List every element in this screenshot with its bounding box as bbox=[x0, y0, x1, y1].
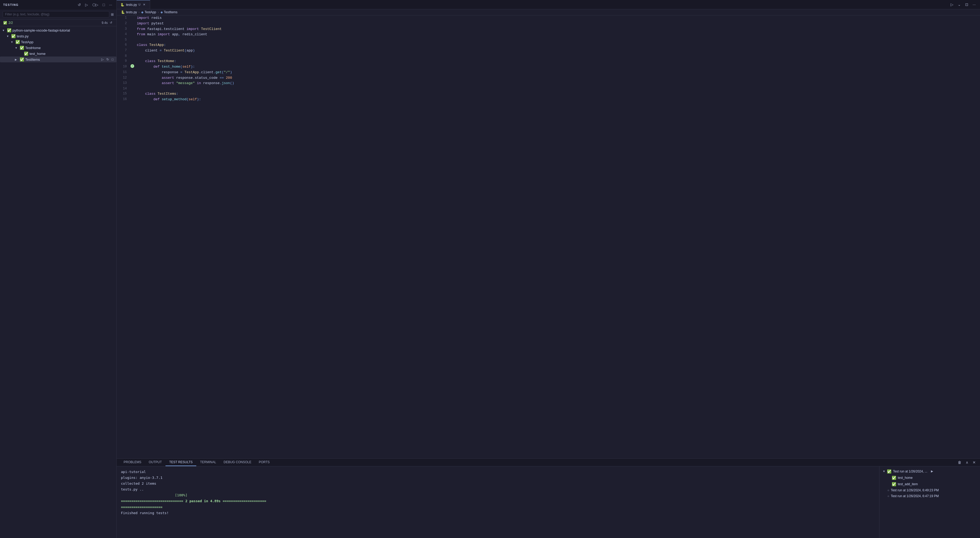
terminal-line: [100%] bbox=[121, 492, 875, 498]
status-row: ✅ 2/2 9.4s ↺ bbox=[0, 19, 116, 26]
tab-badge: U bbox=[138, 3, 140, 6]
panel-content: api-tutorialplugins: anyio-3.7.1collecte… bbox=[117, 466, 980, 538]
test-result-item[interactable]: ✅test_home bbox=[880, 474, 980, 481]
run-dropdown-button[interactable]: ⌄ bbox=[957, 2, 962, 7]
class-icon: ◈ bbox=[141, 10, 143, 14]
test-result-label: test_home bbox=[898, 476, 913, 480]
close-panel-button[interactable]: ✕ bbox=[972, 460, 977, 465]
test-result-item[interactable]: ○Test run at 1/26/2024, 6:49:23 PM bbox=[880, 487, 980, 493]
tree-item-testhome[interactable]: ▼ ✅ TestHome bbox=[0, 45, 116, 51]
line-number: 3 bbox=[117, 27, 130, 32]
code-line: 4from main import app, redis_client bbox=[117, 32, 980, 37]
breadcrumb-testapp-label: TestApp bbox=[145, 10, 156, 14]
tab-debug-console[interactable]: DEBUG CONSOLE bbox=[220, 459, 255, 466]
bottom-panel: PROBLEMS OUTPUT TEST RESULTS TERMINAL DE… bbox=[117, 458, 980, 538]
tab-bar: 🐍 tests.py U ✕ ▷ ⌄ ⊡ ··· bbox=[117, 0, 980, 9]
testing-sidebar: TESTING ↺ ▷ ⬡▷ □ ··· ⊞ ✅ 2/2 9.4s ↺ ▼ ✅ … bbox=[0, 0, 117, 538]
refresh-tests-button[interactable]: ↺ bbox=[76, 2, 82, 8]
line-number: 2 bbox=[117, 21, 130, 26]
run-test-button[interactable]: ▷ bbox=[100, 57, 105, 62]
time-status: 9.4s ↺ bbox=[102, 21, 113, 25]
filter-input[interactable] bbox=[3, 11, 109, 18]
pass-count: 2/2 bbox=[8, 21, 13, 25]
run-with-coverage-button[interactable]: ⬡▷ bbox=[91, 2, 99, 8]
tab-tests-py[interactable]: 🐍 tests.py U ✕ bbox=[117, 0, 150, 9]
pass-status: ✅ 2/2 bbox=[3, 21, 13, 25]
close-tab-button[interactable]: ✕ bbox=[142, 3, 146, 6]
tab-output[interactable]: OUTPUT bbox=[145, 459, 165, 466]
breadcrumb-testapp[interactable]: ◈ TestApp bbox=[141, 10, 156, 14]
line-number: 14 bbox=[117, 86, 130, 91]
line-content: response = TestApp.client.get("/") bbox=[135, 70, 980, 75]
tab-problems[interactable]: PROBLEMS bbox=[120, 459, 145, 466]
sidebar-header: TESTING ↺ ▷ ⬡▷ □ ··· bbox=[0, 0, 116, 10]
code-line: 6class TestApp: bbox=[117, 43, 980, 48]
pass-dot: ✓ bbox=[130, 64, 134, 68]
line-number: 6 bbox=[117, 43, 130, 48]
pass-check-icon: ✅ bbox=[887, 469, 891, 474]
split-editor-button[interactable]: ⊡ bbox=[964, 2, 969, 7]
code-line: 10✓ def test_home(self): bbox=[117, 64, 980, 70]
more-tab-actions-button[interactable]: ··· bbox=[972, 2, 977, 7]
class-icon-2: ◈ bbox=[161, 10, 163, 14]
tree-item-label: TestItems bbox=[25, 57, 99, 62]
collapse-panel-button[interactable]: ∧ bbox=[965, 460, 969, 465]
time-value: 9.4s bbox=[102, 21, 108, 25]
line-content: class TestItems: bbox=[135, 91, 980, 97]
line-content: from main import app, redis_client bbox=[135, 32, 980, 37]
sidebar-title: TESTING bbox=[3, 3, 19, 6]
pass-icon: ✅ bbox=[3, 21, 7, 25]
tab-terminal[interactable]: TERMINAL bbox=[196, 459, 220, 466]
line-content: import redis bbox=[135, 15, 980, 21]
breadcrumb-testitems-label: TestItems bbox=[164, 10, 177, 14]
test-result-label: Test run at 1/26/2024, ... bbox=[893, 470, 927, 473]
run-button[interactable]: ▷ bbox=[950, 2, 955, 7]
tree-item-root[interactable]: ▼ ✅ python-sample-vscode-fastapi-tutoria… bbox=[0, 27, 116, 33]
terminal-line: Finished running tests! bbox=[121, 510, 875, 516]
code-line: 13 assert "message" in response.json() bbox=[117, 81, 980, 86]
run-tests-button[interactable]: ▷ bbox=[84, 2, 89, 8]
test-result-item[interactable]: ○Test run at 1/26/2024, 6:47:19 PM bbox=[880, 493, 980, 499]
line-content: def test_home(self): bbox=[135, 64, 980, 70]
test-run-action-button[interactable]: ▶ bbox=[930, 469, 934, 474]
debug-test-button[interactable]: ↻ bbox=[105, 57, 110, 62]
line-content: client = TestClient(app) bbox=[135, 48, 980, 54]
pass-icon: ✅ bbox=[15, 40, 20, 44]
code-line: 1import redis bbox=[117, 15, 980, 21]
terminal-output[interactable]: api-tutorialplugins: anyio-3.7.1collecte… bbox=[117, 466, 879, 538]
circle-icon: ○ bbox=[888, 489, 889, 492]
breadcrumb-file[interactable]: 🐍 tests.py bbox=[121, 10, 137, 14]
more-actions-button[interactable]: ··· bbox=[108, 2, 113, 8]
terminal-line: ============================== 2 passed … bbox=[121, 498, 875, 504]
line-number: 16 bbox=[117, 97, 130, 102]
test-result-item[interactable]: ▼✅Test run at 1/26/2024, ...▶ bbox=[880, 468, 980, 474]
line-content: from fastapi.testclient import TestClien… bbox=[135, 27, 980, 32]
line-number: 7 bbox=[117, 48, 130, 53]
code-line: 7 client = TestClient(app) bbox=[117, 48, 980, 54]
tree-item-label: test_home bbox=[29, 52, 114, 56]
line-indicator: ✓ bbox=[130, 64, 135, 68]
filter-row: ⊞ bbox=[0, 10, 116, 19]
tree-item-testitems[interactable]: ▶ ✅ TestItems ▷ ↻ □ bbox=[0, 57, 116, 62]
test-result-item[interactable]: ✅test_add_item bbox=[880, 481, 980, 487]
goto-test-button[interactable]: □ bbox=[111, 57, 114, 62]
tree-item-testapp[interactable]: ▼ ✅ TestApp bbox=[0, 39, 116, 45]
show-output-button[interactable]: □ bbox=[102, 2, 106, 8]
tree-item-test-home[interactable]: ✅ test_home bbox=[0, 51, 116, 57]
line-content: import pytest bbox=[135, 21, 980, 27]
terminal-line: collected 2 items bbox=[121, 481, 875, 487]
tab-test-results[interactable]: TEST RESULTS bbox=[165, 459, 196, 466]
code-editor[interactable]: 1import redis2import pytest3from fastapi… bbox=[117, 15, 980, 458]
python-icon: 🐍 bbox=[121, 10, 125, 14]
test-result-label: test_add_item bbox=[898, 482, 918, 486]
clear-panel-button[interactable]: 🗑 bbox=[957, 460, 963, 465]
refresh-icon[interactable]: ↺ bbox=[109, 21, 113, 25]
line-number: 10 bbox=[117, 64, 130, 69]
tab-ports[interactable]: PORTS bbox=[255, 459, 274, 466]
tab-name: tests.py bbox=[126, 3, 137, 6]
code-line: 2import pytest bbox=[117, 21, 980, 27]
breadcrumb-testitems[interactable]: ◈ TestItems bbox=[161, 10, 177, 14]
terminal-line: tests.py .. bbox=[121, 487, 875, 492]
tree-item-tests-py[interactable]: ▼ ✅ tests.py bbox=[0, 33, 116, 39]
pass-icon: ✅ bbox=[24, 51, 29, 56]
